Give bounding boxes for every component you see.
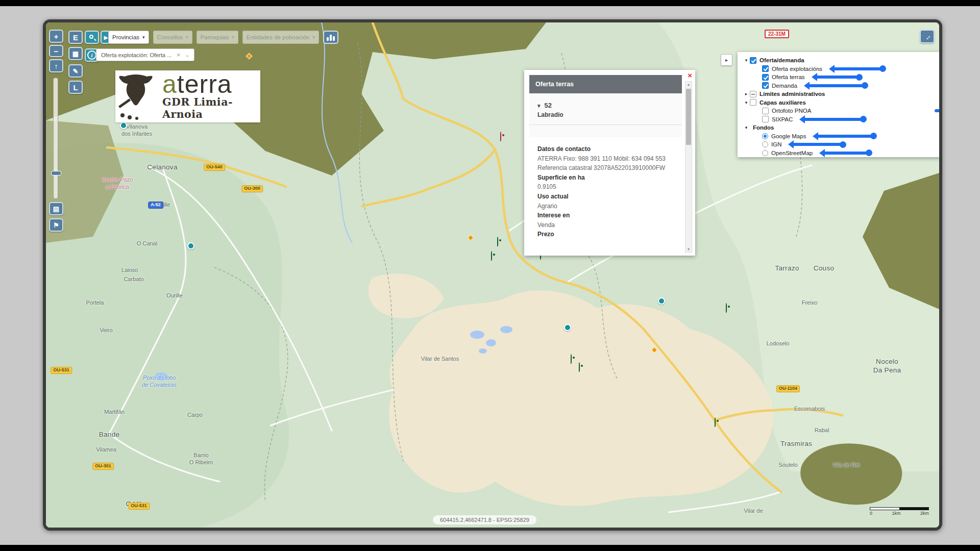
pin-icon: [500, 132, 501, 141]
zoom-out-button[interactable]: −: [49, 45, 63, 57]
active-filter-dropdown[interactable]: Oferta explotación: Oferta ... × ⌄: [96, 48, 194, 61]
fullscreen-icon: ↔: [922, 31, 933, 42]
letter-l-icon: L: [73, 83, 78, 92]
popup-scrollbar[interactable]: ▲ ▼: [685, 81, 692, 253]
layer-row-fondos[interactable]: ▾Fondos: [741, 123, 938, 132]
radio-unselected-openstreetmap[interactable]: [762, 150, 768, 156]
map-pin-green[interactable]: [491, 252, 499, 260]
layer-label: Fondos: [753, 124, 774, 131]
collapse-panel-button[interactable]: ▸: [721, 54, 732, 66]
map-pin-green[interactable]: [715, 418, 723, 426]
map-pin-green[interactable]: [497, 237, 505, 245]
scale-label: 0: [870, 511, 872, 516]
popup-body: ▾52 Labradío Datos de contactoATERRA Fix…: [529, 93, 682, 256]
feature-popup: × Oferta terras ▾52 Labradío Datos de co…: [524, 70, 695, 256]
poi-circle-marker[interactable]: [187, 242, 194, 249]
road-shield-a-52: A-52: [148, 202, 163, 209]
search-button[interactable]: [85, 31, 99, 44]
zoom-slider[interactable]: [53, 78, 58, 199]
zoom-in-button[interactable]: +: [49, 30, 63, 43]
document-icon: ▤: [53, 205, 59, 213]
layer-label: Oferta terras: [772, 74, 805, 80]
dropdown-label: Concellos: [157, 34, 183, 40]
print-map-button[interactable]: ▦: [68, 47, 83, 60]
radio-selected-google-maps[interactable]: [762, 133, 768, 139]
layer-label: Oferta/demanda: [760, 57, 804, 63]
annotation-arrow: [790, 143, 844, 146]
export-document-button[interactable]: ▤: [49, 202, 63, 215]
layers-panel: ▾Oferta/demandaOferta explotaciónsOferta…: [738, 52, 941, 157]
elevation-tool-button[interactable]: E: [68, 31, 83, 44]
logo-subtitle: GDR Limia-Arnoia: [162, 96, 255, 120]
map-pin-pink[interactable]: [500, 132, 508, 140]
pan-up-button[interactable]: ↑: [49, 59, 63, 72]
dropdown-parroquias[interactable]: Parroquias▾: [197, 31, 238, 44]
checkbox-checked-oferta-demanda[interactable]: [750, 57, 756, 64]
map-pin-green[interactable]: [571, 355, 579, 363]
layer-row-oferta-terras[interactable]: Oferta terras: [741, 73, 938, 82]
app-window: Vilanova dos InfantesCelanovaXardín Pazo…: [43, 19, 942, 531]
dropdown-concellos[interactable]: Concellos▾: [153, 31, 192, 44]
checkbox-unchecked-capas-auxiliares[interactable]: [750, 99, 756, 106]
layer-label: Límites administrativos: [760, 91, 825, 97]
checkbox-checked-oferta-terras[interactable]: [762, 74, 769, 81]
pin-icon: [579, 362, 580, 372]
poi-circle-marker[interactable]: [120, 122, 127, 129]
record-id-row[interactable]: ▾52: [529, 93, 682, 111]
draw-tool-button[interactable]: ✎: [68, 64, 83, 78]
pin-icon: [715, 417, 716, 427]
twisty-icon[interactable]: ▾: [743, 58, 750, 63]
poi-circle-marker[interactable]: [564, 324, 571, 331]
legend-tool-button[interactable]: L: [68, 81, 83, 94]
layer-row-oferta-explotaci-ns[interactable]: Oferta explotacións: [741, 65, 938, 73]
bookmark-button[interactable]: ⚑: [49, 218, 63, 232]
chevron-down-icon: ▾: [186, 35, 188, 40]
layer-row-l-mites-administrativos[interactable]: ▸Límites administrativos: [741, 90, 938, 98]
annotation-arrow: [814, 135, 874, 138]
frame-background: Vilanova dos InfantesCelanovaXardín Pazo…: [0, 6, 980, 545]
road-shield-ou-300: OU-300: [241, 185, 263, 192]
clear-filter-icon[interactable]: ×: [177, 52, 180, 59]
layer-row-openstreetmap[interactable]: OpenStreetMap: [741, 149, 938, 158]
layer-row-sixpac[interactable]: SIXPAC: [741, 115, 938, 124]
poi-circle-marker[interactable]: [658, 297, 665, 305]
fullscreen-button[interactable]: ↔: [920, 30, 935, 43]
checkbox-unchecked-ortofoto-pnoa[interactable]: [762, 108, 769, 114]
twisty-icon[interactable]: ▾: [743, 100, 750, 105]
dropdown-label: Parroquias: [201, 34, 229, 40]
layer-label: OpenStreetMap: [771, 150, 813, 156]
field-value-uso-actual: Agrario: [537, 202, 674, 211]
checkbox-checked-oferta-explotaci-ns[interactable]: [762, 65, 769, 72]
checkbox-partial-l-mites-administrativos[interactable]: [750, 91, 756, 97]
twisty-icon[interactable]: ▸: [743, 91, 750, 96]
close-icon[interactable]: ×: [688, 71, 692, 79]
layer-row-demanda[interactable]: Demanda: [741, 82, 938, 90]
layer-row-ortofoto-pnoa[interactable]: Ortofoto PNOA: [741, 107, 938, 115]
radio-unselected-ign[interactable]: [762, 141, 768, 147]
scroll-up-icon[interactable]: ▲: [685, 83, 692, 86]
layer-row-google-maps[interactable]: Google Maps: [741, 132, 938, 141]
map-pin-green[interactable]: [579, 363, 587, 371]
coordinates-readout: 604415.2,4662471.8 - EPSG:25829: [433, 515, 536, 524]
dropdown-provincias[interactable]: Provincias▾: [108, 31, 149, 44]
checkbox-unchecked-sixpac[interactable]: [762, 116, 769, 122]
statistics-button[interactable]: [323, 31, 338, 44]
field-value-interese-en: Venda: [537, 220, 674, 230]
cow-logo-icon: [115, 72, 162, 120]
twisty-icon[interactable]: ▾: [743, 125, 750, 130]
checkbox-checked-demanda[interactable]: [762, 82, 769, 89]
dropdown-label: Entidades de poboación: [247, 34, 309, 40]
layer-row-oferta-demanda[interactable]: ▾Oferta/demanda: [741, 56, 938, 65]
layer-row-ign[interactable]: IGN: [741, 140, 938, 149]
record-subtitle: Labradío: [529, 111, 682, 125]
search-icon: [89, 35, 95, 40]
layer-row-capas-auxiliares[interactable]: ▾Capas auxiliares: [741, 98, 938, 107]
zoom-slider-handle[interactable]: [51, 171, 61, 176]
video-frame: Vilanova dos InfantesCelanovaXardín Pazo…: [0, 0, 980, 551]
scrollbar-thumb[interactable]: [686, 89, 691, 145]
scroll-down-icon[interactable]: ▼: [685, 247, 692, 251]
field-label-uso-actual: Uso actual: [537, 192, 674, 202]
map-pin-green[interactable]: [726, 304, 734, 312]
annotation-line: [935, 109, 941, 112]
dropdown-entidades-de-poboaci-n[interactable]: Entidades de poboación▾: [242, 31, 319, 44]
